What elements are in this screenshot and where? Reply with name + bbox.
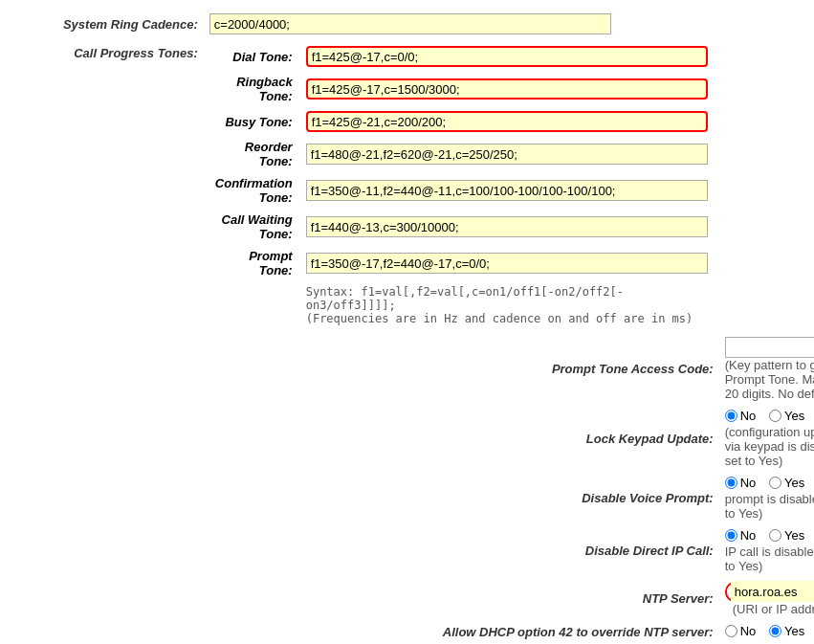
disable-voice-no-text: No <box>740 476 757 490</box>
allow-dhcp-no-text: No <box>740 624 757 638</box>
reorder-tone-row: Reorder Tone: <box>209 136 714 172</box>
disable-direct-ip-yes-radio[interactable] <box>769 529 781 542</box>
system-ring-cadence-row: System Ring Cadence: <box>0 10 814 38</box>
system-ring-cadence-value <box>204 10 719 38</box>
prompt-tone-row: Prompt Tone: <box>209 245 714 281</box>
dial-tone-row: Dial Tone: <box>209 42 714 71</box>
system-ring-cadence-input[interactable] <box>209 13 611 34</box>
syntax-line2: (Frequencies are in Hz and cadence on an… <box>306 312 708 325</box>
disable-direct-ip-no-text: No <box>740 528 757 543</box>
ntp-server-label: NTP Server: <box>204 577 719 620</box>
confirmation-tone-input[interactable] <box>306 180 708 201</box>
prompt-tone-access-code-label: Prompt Tone Access Code: <box>204 333 719 405</box>
lock-keypad-update-label: Lock Keypad Update: <box>204 405 719 472</box>
lock-keypad-no-radio[interactable] <box>725 410 737 422</box>
ntp-server-hint: (URI or IP address) <box>733 602 814 616</box>
ntp-server-input[interactable] <box>731 581 814 602</box>
confirmation-tone-label: Confirmation Tone: <box>209 172 300 209</box>
allow-dhcp-no-label[interactable]: No <box>725 624 757 638</box>
busy-tone-cell <box>300 107 714 136</box>
disable-direct-ip-label: Disable Direct IP Call: <box>204 524 719 577</box>
disable-voice-prompt-cell: No Yes (voice prompt is disabled if set … <box>719 472 814 524</box>
main-container: System Ring Cadence: Call Progress Tones… <box>0 0 814 644</box>
ringback-tone-input[interactable] <box>306 78 708 100</box>
prompt-tone-access-code-cell: (Key pattern to get Prompt Tone. Maximum… <box>719 333 814 405</box>
syntax-cell: Syntax: f1=val[,f2=val[,c=on1/off1[-on2/… <box>300 281 714 329</box>
ntp-server-cell: (URI or IP address) <box>719 577 814 620</box>
allow-dhcp-yes-radio[interactable] <box>769 625 781 637</box>
allow-dhcp-label: Allow DHCP option 42 to override NTP ser… <box>204 620 719 644</box>
syntax-line1: Syntax: f1=val[,f2=val[,c=on1/off1[-on2/… <box>306 285 708 312</box>
prompt-tone-access-code-input[interactable] <box>725 337 814 358</box>
allow-dhcp-yes-label[interactable]: Yes <box>769 624 804 638</box>
allow-dhcp-yes-text: Yes <box>784 624 804 638</box>
dial-tone-input[interactable] <box>306 46 708 67</box>
call-waiting-tone-label: Call Waiting Tone: <box>209 209 300 245</box>
ringback-tone-label: Ringback Tone: <box>209 71 300 107</box>
allow-dhcp-cell: No Yes <box>719 620 814 644</box>
dial-tone-row: Call Progress Tones: Dial Tone: Ringback… <box>0 38 814 333</box>
reorder-tone-input[interactable] <box>306 144 708 165</box>
syntax-row: Syntax: f1=val[,f2=val[,c=on1/off1[-on2/… <box>209 281 714 329</box>
prompt-tone-access-code-hint: (Key pattern to get Prompt Tone. Maximum… <box>725 358 814 401</box>
prompt-tone-cell <box>300 245 714 281</box>
disable-direct-ip-no-label[interactable]: No <box>725 528 757 543</box>
tones-subtable: Dial Tone: Ringback Tone: Busy Tone: <box>209 42 714 329</box>
settings-form: System Ring Cadence: Call Progress Tones… <box>0 10 814 644</box>
busy-tone-label: Busy Tone: <box>209 107 300 136</box>
lock-keypad-yes-label[interactable]: Yes <box>769 409 804 423</box>
reorder-tone-label: Reorder Tone: <box>209 136 300 172</box>
lock-keypad-yes-radio[interactable] <box>769 410 781 422</box>
allow-dhcp-no-radio[interactable] <box>725 625 737 637</box>
dial-tone-label: Dial Tone: <box>209 42 300 71</box>
disable-direct-ip-cell: No Yes (direct IP call is disabled if se… <box>719 524 814 577</box>
ringback-tone-cell <box>300 71 714 107</box>
prompt-tone-label: Prompt Tone: <box>209 245 300 281</box>
call-waiting-tone-input[interactable] <box>306 216 708 237</box>
ntp-server-outlined <box>725 582 814 602</box>
disable-voice-prompt-label: Disable Voice Prompt: <box>204 472 719 524</box>
lock-keypad-no-label[interactable]: No <box>725 409 757 423</box>
call-waiting-tone-cell <box>300 209 714 245</box>
confirmation-tone-cell <box>300 172 714 209</box>
lock-keypad-update-cell: No Yes (configuration update via keypad … <box>719 405 814 472</box>
disable-direct-ip-yes-label[interactable]: Yes <box>769 528 804 543</box>
system-ring-cadence-label: System Ring Cadence: <box>0 10 204 38</box>
disable-voice-yes-radio[interactable] <box>769 477 781 489</box>
reorder-tone-cell <box>300 136 714 172</box>
lock-keypad-hint: (configuration update via keypad is disa… <box>725 425 814 468</box>
disable-voice-yes-label[interactable]: Yes <box>769 476 804 490</box>
call-waiting-tone-row: Call Waiting Tone: <box>209 209 714 245</box>
prompt-tone-input[interactable] <box>306 253 708 274</box>
disable-voice-yes-text: Yes <box>784 476 804 490</box>
call-progress-tones-label: Call Progress Tones: <box>0 38 204 644</box>
busy-tone-input[interactable] <box>306 111 708 132</box>
busy-tone-row: Busy Tone: <box>209 107 714 136</box>
disable-voice-no-label[interactable]: No <box>725 476 757 490</box>
lock-keypad-no-text: No <box>740 409 757 423</box>
lock-keypad-yes-text: Yes <box>784 409 804 423</box>
disable-voice-no-radio[interactable] <box>725 477 737 489</box>
disable-direct-ip-yes-text: Yes <box>784 528 804 543</box>
ringback-tone-row: Ringback Tone: <box>209 71 714 107</box>
dial-tone-cell <box>300 42 714 71</box>
disable-direct-ip-no-radio[interactable] <box>725 529 737 542</box>
confirmation-tone-row: Confirmation Tone: <box>209 172 714 209</box>
